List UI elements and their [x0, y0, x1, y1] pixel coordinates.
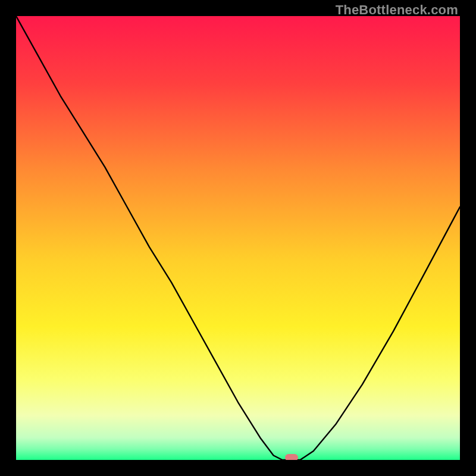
- watermark-text: TheBottleneck.com: [336, 2, 458, 18]
- optimal-marker: [285, 454, 298, 460]
- chart-frame: TheBottleneck.com: [0, 0, 476, 476]
- bottleneck-curve: [16, 16, 460, 460]
- plot-area: [16, 16, 460, 460]
